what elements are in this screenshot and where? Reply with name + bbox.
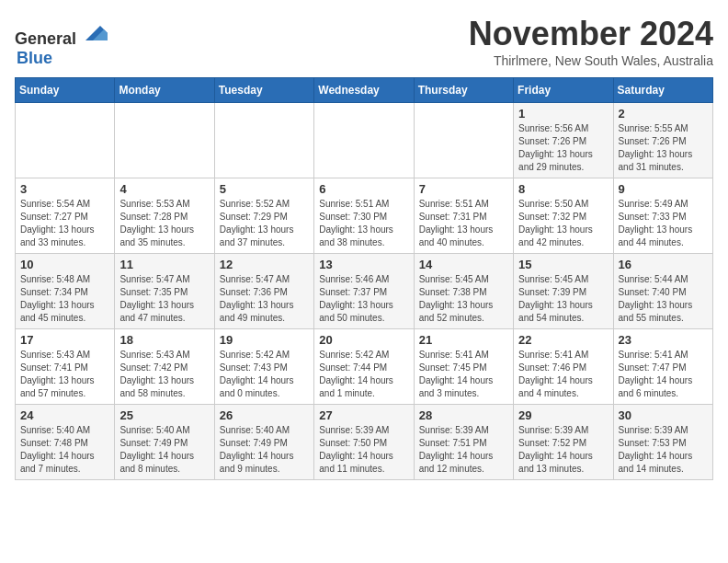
calendar-cell: 18Sunrise: 5:43 AM Sunset: 7:42 PM Dayli… (115, 329, 214, 405)
calendar-cell: 26Sunrise: 5:40 AM Sunset: 7:49 PM Dayli… (214, 405, 313, 480)
day-number: 4 (119, 182, 209, 196)
calendar-cell: 30Sunrise: 5:39 AM Sunset: 7:53 PM Dayli… (613, 405, 712, 480)
day-number: 6 (319, 182, 408, 196)
calendar-cell: 29Sunrise: 5:39 AM Sunset: 7:52 PM Dayli… (514, 405, 613, 480)
calendar-cell: 12Sunrise: 5:47 AM Sunset: 7:36 PM Dayli… (214, 254, 313, 329)
calendar-cell: 6Sunrise: 5:51 AM Sunset: 7:30 PM Daylig… (314, 178, 414, 254)
calendar-cell: 22Sunrise: 5:41 AM Sunset: 7:46 PM Dayli… (514, 329, 613, 405)
calendar-cell (115, 103, 214, 178)
day-info: Sunrise: 5:42 AM Sunset: 7:44 PM Dayligh… (319, 349, 408, 400)
day-number: 17 (20, 333, 109, 347)
day-number: 7 (419, 182, 508, 196)
day-info: Sunrise: 5:43 AM Sunset: 7:41 PM Dayligh… (20, 349, 109, 400)
calendar-week-row: 24Sunrise: 5:40 AM Sunset: 7:48 PM Dayli… (16, 405, 713, 480)
calendar-cell (414, 103, 513, 178)
day-number: 9 (619, 182, 708, 196)
day-number: 18 (119, 333, 209, 347)
day-info: Sunrise: 5:39 AM Sunset: 7:52 PM Dayligh… (518, 424, 608, 476)
calendar-week-row: 1Sunrise: 5:56 AM Sunset: 7:26 PM Daylig… (16, 103, 713, 178)
day-number: 8 (518, 182, 608, 196)
calendar-cell: 27Sunrise: 5:39 AM Sunset: 7:50 PM Dayli… (314, 405, 414, 480)
weekday-header: Saturday (613, 78, 712, 103)
day-info: Sunrise: 5:41 AM Sunset: 7:45 PM Dayligh… (419, 349, 508, 400)
calendar-cell (214, 103, 313, 178)
day-info: Sunrise: 5:41 AM Sunset: 7:47 PM Dayligh… (619, 349, 708, 400)
day-number: 10 (20, 258, 109, 271)
calendar-cell: 23Sunrise: 5:41 AM Sunset: 7:47 PM Dayli… (613, 329, 712, 405)
day-info: Sunrise: 5:52 AM Sunset: 7:29 PM Dayligh… (220, 198, 309, 249)
calendar-cell: 5Sunrise: 5:52 AM Sunset: 7:29 PM Daylig… (214, 178, 313, 254)
day-info: Sunrise: 5:51 AM Sunset: 7:31 PM Dayligh… (419, 198, 508, 249)
calendar-cell: 14Sunrise: 5:45 AM Sunset: 7:38 PM Dayli… (414, 254, 513, 329)
logo: General Blue (15, 15, 108, 68)
day-number: 23 (619, 333, 708, 347)
day-number: 20 (319, 333, 408, 347)
day-number: 15 (518, 258, 608, 271)
day-number: 21 (419, 333, 508, 347)
calendar-week-row: 17Sunrise: 5:43 AM Sunset: 7:41 PM Dayli… (16, 329, 713, 405)
calendar-cell: 28Sunrise: 5:39 AM Sunset: 7:51 PM Dayli… (414, 405, 513, 480)
weekday-header: Tuesday (214, 78, 313, 103)
day-number: 27 (319, 408, 408, 422)
day-number: 22 (518, 333, 608, 347)
day-number: 14 (419, 258, 508, 271)
calendar-cell: 11Sunrise: 5:47 AM Sunset: 7:35 PM Dayli… (115, 254, 214, 329)
day-info: Sunrise: 5:40 AM Sunset: 7:48 PM Dayligh… (20, 424, 109, 476)
day-info: Sunrise: 5:42 AM Sunset: 7:43 PM Dayligh… (220, 349, 309, 400)
calendar-cell: 21Sunrise: 5:41 AM Sunset: 7:45 PM Dayli… (414, 329, 513, 405)
day-number: 2 (619, 107, 708, 121)
day-number: 28 (419, 408, 508, 422)
calendar-cell: 19Sunrise: 5:42 AM Sunset: 7:43 PM Dayli… (214, 329, 313, 405)
day-info: Sunrise: 5:43 AM Sunset: 7:42 PM Dayligh… (119, 349, 209, 400)
calendar-cell (16, 103, 115, 178)
day-info: Sunrise: 5:41 AM Sunset: 7:46 PM Dayligh… (518, 349, 608, 400)
calendar-cell: 3Sunrise: 5:54 AM Sunset: 7:27 PM Daylig… (16, 178, 115, 254)
calendar-cell: 1Sunrise: 5:56 AM Sunset: 7:26 PM Daylig… (514, 103, 613, 178)
day-info: Sunrise: 5:49 AM Sunset: 7:33 PM Dayligh… (619, 198, 708, 249)
calendar-cell: 7Sunrise: 5:51 AM Sunset: 7:31 PM Daylig… (414, 178, 513, 254)
day-number: 13 (319, 258, 408, 271)
day-info: Sunrise: 5:39 AM Sunset: 7:53 PM Dayligh… (619, 424, 708, 476)
calendar-header: SundayMondayTuesdayWednesdayThursdayFrid… (16, 78, 713, 103)
day-info: Sunrise: 5:40 AM Sunset: 7:49 PM Dayligh… (119, 424, 209, 476)
calendar-cell: 15Sunrise: 5:45 AM Sunset: 7:39 PM Dayli… (514, 254, 613, 329)
calendar-cell: 17Sunrise: 5:43 AM Sunset: 7:41 PM Dayli… (16, 329, 115, 405)
calendar-cell (314, 103, 414, 178)
day-info: Sunrise: 5:46 AM Sunset: 7:37 PM Dayligh… (319, 273, 408, 325)
logo-general: General (15, 29, 76, 48)
weekday-header: Sunday (16, 78, 115, 103)
calendar-cell: 20Sunrise: 5:42 AM Sunset: 7:44 PM Dayli… (314, 329, 414, 405)
logo-blue: Blue (17, 49, 52, 67)
day-info: Sunrise: 5:40 AM Sunset: 7:49 PM Dayligh… (220, 424, 309, 476)
weekday-header: Wednesday (314, 78, 414, 103)
weekday-row: SundayMondayTuesdayWednesdayThursdayFrid… (16, 78, 713, 103)
day-number: 19 (220, 333, 309, 347)
day-info: Sunrise: 5:47 AM Sunset: 7:35 PM Dayligh… (119, 273, 209, 325)
day-info: Sunrise: 5:44 AM Sunset: 7:40 PM Dayligh… (619, 273, 708, 325)
day-info: Sunrise: 5:47 AM Sunset: 7:36 PM Dayligh… (220, 273, 309, 325)
calendar-week-row: 3Sunrise: 5:54 AM Sunset: 7:27 PM Daylig… (16, 178, 713, 254)
location-title: Thirlmere, New South Wales, Australia (469, 53, 713, 68)
calendar-table: SundayMondayTuesdayWednesdayThursdayFrid… (15, 77, 713, 480)
day-number: 26 (220, 408, 309, 422)
calendar-cell: 8Sunrise: 5:50 AM Sunset: 7:32 PM Daylig… (514, 178, 613, 254)
day-info: Sunrise: 5:53 AM Sunset: 7:28 PM Dayligh… (119, 198, 209, 249)
calendar-cell: 25Sunrise: 5:40 AM Sunset: 7:49 PM Dayli… (115, 405, 214, 480)
day-number: 5 (220, 182, 309, 196)
weekday-header: Monday (115, 78, 214, 103)
day-info: Sunrise: 5:55 AM Sunset: 7:26 PM Dayligh… (619, 122, 708, 174)
day-number: 12 (220, 258, 309, 271)
day-number: 16 (619, 258, 708, 271)
calendar-cell: 13Sunrise: 5:46 AM Sunset: 7:37 PM Dayli… (314, 254, 414, 329)
day-number: 11 (119, 258, 209, 271)
day-info: Sunrise: 5:45 AM Sunset: 7:38 PM Dayligh… (419, 273, 508, 325)
day-info: Sunrise: 5:48 AM Sunset: 7:34 PM Dayligh… (20, 273, 109, 325)
logo-text: General Blue (15, 15, 108, 68)
calendar-body: 1Sunrise: 5:56 AM Sunset: 7:26 PM Daylig… (16, 103, 713, 480)
day-info: Sunrise: 5:45 AM Sunset: 7:39 PM Dayligh… (518, 273, 608, 325)
day-info: Sunrise: 5:50 AM Sunset: 7:32 PM Dayligh… (518, 198, 608, 249)
calendar-cell: 24Sunrise: 5:40 AM Sunset: 7:48 PM Dayli… (16, 405, 115, 480)
day-number: 29 (518, 408, 608, 422)
calendar-cell: 10Sunrise: 5:48 AM Sunset: 7:34 PM Dayli… (16, 254, 115, 329)
day-number: 1 (518, 107, 608, 121)
